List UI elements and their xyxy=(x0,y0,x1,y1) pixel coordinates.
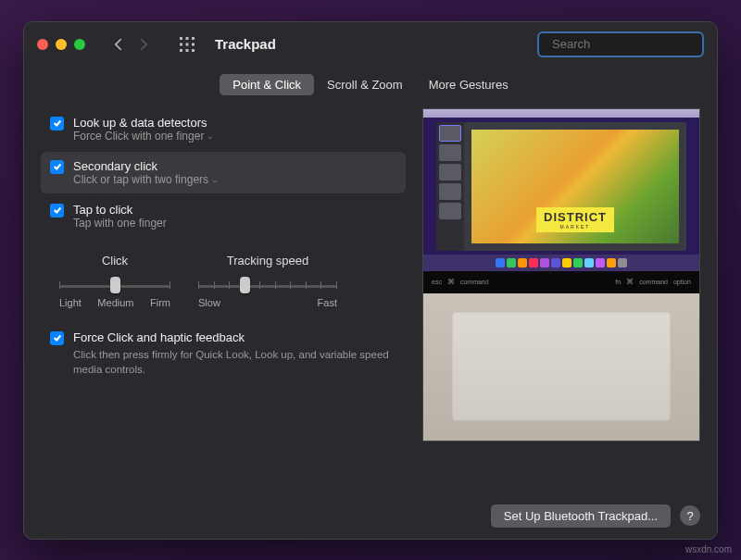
option-tap-to-click[interactable]: Tap to click Tap with one finger xyxy=(41,195,406,237)
svg-rect-3 xyxy=(180,43,182,45)
fullscreen-window-button[interactable] xyxy=(74,39,85,50)
back-button[interactable] xyxy=(106,32,130,56)
preview-touchbar: esc ⌘ command fn ⌘ command option xyxy=(423,271,699,293)
preview-trackpad-area xyxy=(423,293,699,441)
click-slider-block: Click Light Medium Firm xyxy=(59,254,170,308)
option-tap-title: Tap to click xyxy=(73,203,167,217)
force-click-option: Force Click and haptic feedback Click th… xyxy=(41,330,406,377)
svg-rect-6 xyxy=(180,49,182,52)
svg-rect-8 xyxy=(192,49,195,52)
svg-rect-4 xyxy=(186,43,189,45)
titlebar: Trackpad xyxy=(24,22,717,67)
chevron-down-icon: ⌵ xyxy=(212,175,217,184)
options-column: Look up & data detectors Force Click wit… xyxy=(41,108,406,493)
click-slider[interactable] xyxy=(59,275,170,295)
option-lookup[interactable]: Look up & data detectors Force Click wit… xyxy=(41,108,406,150)
click-slider-knob[interactable] xyxy=(110,277,120,293)
checkbox-secondary[interactable] xyxy=(50,160,64,174)
force-click-title: Force Click and haptic feedback xyxy=(73,330,245,344)
option-tap-sub: Tap with one finger xyxy=(73,217,167,230)
svg-rect-1 xyxy=(186,37,189,40)
option-lookup-menu[interactable]: Force Click with one finger⌵ xyxy=(73,130,212,143)
tracking-slider-label: Tracking speed xyxy=(227,254,308,268)
click-firm-label: Firm xyxy=(150,297,170,308)
help-button[interactable]: ? xyxy=(680,505,700,526)
svg-rect-7 xyxy=(186,49,189,52)
tab-point-click[interactable]: Point & Click xyxy=(220,74,314,95)
click-light-label: Light xyxy=(59,297,82,308)
force-click-desc: Click then press firmly for Quick Look, … xyxy=(73,347,396,377)
svg-rect-5 xyxy=(192,43,195,45)
window-title: Trackpad xyxy=(215,36,276,52)
preview-dock xyxy=(423,255,699,271)
preferences-window: Trackpad Point & Click Scroll & Zoom Mor… xyxy=(23,21,718,540)
preview-column: DISTRICT MARKET esc ⌘ command xyxy=(422,108,700,493)
tab-bar: Point & Click Scroll & Zoom More Gesture… xyxy=(24,74,717,95)
forward-button[interactable] xyxy=(132,32,156,56)
checkbox-tap[interactable] xyxy=(50,204,64,218)
traffic-lights xyxy=(37,39,85,50)
district-banner: DISTRICT MARKET xyxy=(536,207,614,232)
minimize-window-button[interactable] xyxy=(56,39,67,50)
setup-bluetooth-button[interactable]: Set Up Bluetooth Trackpad... xyxy=(491,504,671,528)
checkbox-force-click[interactable] xyxy=(50,331,64,345)
search-input[interactable] xyxy=(552,37,708,51)
close-window-button[interactable] xyxy=(37,39,48,50)
checkbox-lookup[interactable] xyxy=(50,117,64,131)
chevron-down-icon: ⌵ xyxy=(207,131,212,141)
option-secondary-click[interactable]: Secondary click Click or tap with two fi… xyxy=(41,152,406,193)
preview-screen: DISTRICT MARKET xyxy=(423,109,699,271)
watermark: wsxdn.com xyxy=(685,544,732,554)
show-all-icon[interactable] xyxy=(176,33,198,56)
click-slider-label: Click xyxy=(102,254,128,268)
tracking-slider-knob[interactable] xyxy=(240,277,250,293)
click-medium-label: Medium xyxy=(97,297,133,308)
option-secondary-title: Secondary click xyxy=(73,159,217,173)
option-lookup-title: Look up & data detectors xyxy=(73,116,212,130)
tracking-slider-block: Tracking speed Slow Fast xyxy=(198,254,337,308)
tracking-slider[interactable] xyxy=(198,275,337,295)
nav-buttons xyxy=(106,32,156,56)
tab-scroll-zoom[interactable]: Scroll & Zoom xyxy=(314,74,416,95)
sliders-row: Click Light Medium Firm Tracking speed xyxy=(59,254,406,308)
option-secondary-menu[interactable]: Click or tap with two fingers⌵ xyxy=(73,173,217,186)
tab-more-gestures[interactable]: More Gestures xyxy=(416,74,521,95)
tracking-slow-label: Slow xyxy=(198,297,220,308)
gesture-preview: DISTRICT MARKET esc ⌘ command xyxy=(422,108,700,442)
search-field[interactable] xyxy=(537,31,704,57)
svg-rect-0 xyxy=(180,37,182,40)
tracking-fast-label: Fast xyxy=(318,297,337,308)
footer: Set Up Bluetooth Trackpad... ? xyxy=(24,493,717,539)
content-area: Look up & data detectors Force Click wit… xyxy=(24,95,717,493)
preview-trackpad xyxy=(452,312,671,421)
svg-rect-2 xyxy=(192,37,195,40)
